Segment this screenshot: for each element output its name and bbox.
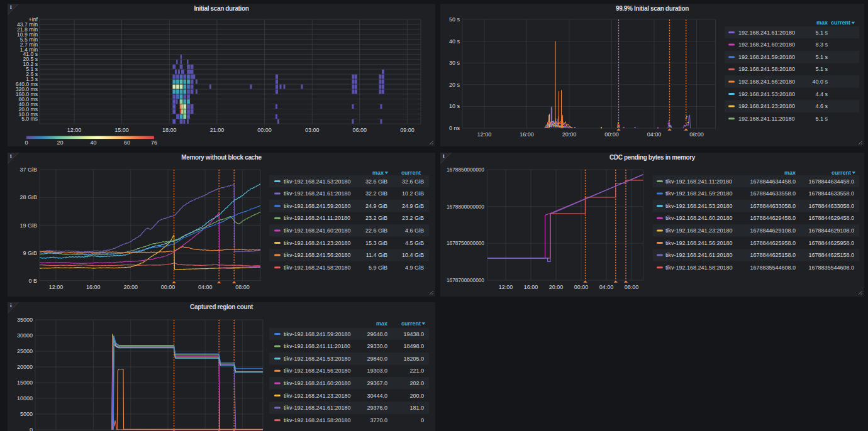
svg-text:1678844633058.0: 1678844633058.0 [808,203,854,209]
svg-text:tikv-192.168.241.53:20180: tikv-192.168.241.53:20180 [284,356,351,362]
svg-text:4.6 GiB: 4.6 GiB [405,227,424,234]
svg-text:tikv-192.168.241.60:20180: tikv-192.168.241.60:20180 [284,380,351,386]
svg-text:30 s: 30 s [449,60,460,66]
svg-text:tikv-192.168.241.56:20180: tikv-192.168.241.56:20180 [284,252,351,258]
svg-text:max: max [376,320,387,327]
svg-text:1678844633558.0: 1678844633558.0 [808,190,854,197]
svg-text:5.1 s: 5.1 s [815,54,828,60]
svg-text:15:00: 15:00 [114,127,129,133]
svg-text:5.9 GiB: 5.9 GiB [369,265,387,271]
svg-text:tikv-192.168.241.61:20180: tikv-192.168.241.61:20180 [284,190,351,197]
svg-text:1678844629458.0: 1678844629458.0 [750,215,796,221]
svg-text:202.0: 202.0 [409,380,424,386]
svg-text:192.168.241.53:20180: 192.168.241.53:20180 [738,91,795,97]
svg-text:40.0 s: 40.0 s [812,79,828,85]
svg-text:10 s: 10 s [449,103,460,109]
svg-text:0: 0 [30,427,33,431]
svg-text:29367.0: 29367.0 [367,380,387,386]
svg-text:1678844629108.0: 1678844629108.0 [750,227,796,234]
svg-text:max: max [784,170,796,176]
svg-text:tikv-192.168.241.53:20180: tikv-192.168.241.53:20180 [665,203,733,209]
svg-text:00:00: 00:00 [161,284,175,290]
svg-text:tikv-192.168.241.23:20180: tikv-192.168.241.23:20180 [284,240,351,246]
svg-text:1678844634458.0: 1678844634458.0 [750,178,796,185]
svg-text:00:00: 00:00 [257,127,272,133]
svg-text:192.168.241.56:20180: 192.168.241.56:20180 [738,79,795,85]
svg-text:11.4 GiB: 11.4 GiB [366,252,387,258]
svg-text:18205.0: 18205.0 [403,356,424,362]
svg-text:08:00: 08:00 [689,131,704,138]
svg-text:23.2 GiB: 23.2 GiB [365,215,387,221]
svg-text:09:00: 09:00 [400,127,415,133]
svg-text:22.6 GiB: 22.6 GiB [365,227,387,234]
svg-text:4.5 GiB: 4.5 GiB [405,240,424,246]
svg-text:06:00: 06:00 [352,127,367,133]
svg-text:08:00: 08:00 [625,284,639,290]
svg-text:tikv-192.168.241.59:20180: tikv-192.168.241.59:20180 [284,203,351,209]
svg-text:tikv-192.168.241.11:20180: tikv-192.168.241.11:20180 [665,178,732,185]
svg-text:1678844625958.0: 1678844625958.0 [750,240,796,246]
svg-text:1678844633558.0: 1678844633558.0 [750,190,796,197]
svg-text:12:00: 12:00 [67,127,82,133]
svg-text:40: 40 [90,139,96,146]
svg-text:tikv-192.168.241.59:20180: tikv-192.168.241.59:20180 [665,190,733,197]
svg-text:04:00: 04:00 [198,284,213,290]
svg-text:181.0: 181.0 [409,405,424,411]
svg-text:10.4 GiB: 10.4 GiB [402,252,424,258]
svg-text:30000: 30000 [17,332,33,339]
svg-text:1678850000000: 1678850000000 [447,166,484,173]
svg-text:1678844634458.0: 1678844634458.0 [808,178,854,185]
svg-text:12:00: 12:00 [499,284,513,290]
svg-text:4.6 s: 4.6 s [815,103,828,109]
svg-text:5.1 s: 5.1 s [815,30,828,36]
svg-text:1678835544608.0: 1678835544608.0 [750,265,796,271]
svg-text:16:00: 16:00 [86,284,101,290]
svg-text:32.6 GiB: 32.6 GiB [365,178,387,185]
svg-text:19 GiB: 19 GiB [19,222,37,229]
svg-text:18:00: 18:00 [162,127,177,133]
svg-text:29330.0: 29330.0 [367,343,387,349]
svg-text:60: 60 [124,139,130,146]
svg-text:1678835544608.0: 1678835544608.0 [808,265,854,271]
svg-text:tikv-192.168.241.53:20180: tikv-192.168.241.53:20180 [284,178,351,185]
svg-text:0: 0 [421,417,424,423]
svg-text:221.0: 221.0 [409,368,424,374]
svg-text:current: current [831,19,850,26]
svg-text:max: max [372,170,384,176]
svg-text:1678844625158.0: 1678844625158.0 [808,252,854,258]
svg-text:20:00: 20:00 [562,131,577,138]
svg-text:20:00: 20:00 [124,284,138,290]
svg-text:12:00: 12:00 [49,284,64,290]
svg-text:3770.0: 3770.0 [370,417,387,423]
svg-text:1678700000000: 1678700000000 [447,277,484,283]
svg-text:04:00: 04:00 [647,131,662,138]
svg-text:0 ns: 0 ns [449,125,460,131]
svg-text:29840.0: 29840.0 [367,356,387,362]
svg-text:tikv-192.168.241.61:20180: tikv-192.168.241.61:20180 [665,252,733,258]
svg-text:tikv-192.168.241.23:20180: tikv-192.168.241.23:20180 [284,393,351,399]
svg-text:1678844633058.0: 1678844633058.0 [750,203,796,209]
svg-text:tikv-192.168.241.60:20180: tikv-192.168.241.60:20180 [665,215,733,221]
svg-text:192.168.241.59:20180: 192.168.241.59:20180 [738,54,795,60]
svg-text:tikv-192.168.241.56:20180: tikv-192.168.241.56:20180 [665,240,733,246]
svg-text:16:00: 16:00 [520,131,534,138]
svg-text:15000: 15000 [17,379,33,386]
svg-text:50 s: 50 s [449,16,460,23]
svg-text:1678844629108.0: 1678844629108.0 [808,227,854,234]
svg-text:tikv-192.168.241.60:20180: tikv-192.168.241.60:20180 [284,227,351,234]
svg-text:37 GiB: 37 GiB [19,166,37,173]
svg-text:32.2 GiB: 32.2 GiB [365,190,387,197]
svg-text:tikv-192.168.241.58:20180: tikv-192.168.241.58:20180 [284,417,351,423]
svg-text:10000: 10000 [17,395,33,401]
svg-text:08:00: 08:00 [235,284,250,290]
svg-text:12:00: 12:00 [477,131,492,138]
svg-text:current: current [832,170,851,176]
svg-text:40 s: 40 s [449,38,460,45]
svg-text:1678844625958.0: 1678844625958.0 [808,240,854,246]
svg-text:04:00: 04:00 [599,284,614,290]
svg-text:8.3 s: 8.3 s [815,41,828,48]
svg-text:tikv-192.168.241.23:20180: tikv-192.168.241.23:20180 [665,227,733,234]
svg-text:1678844629458.0: 1678844629458.0 [808,215,854,221]
svg-text:1678750000000: 1678750000000 [447,240,484,246]
svg-text:24.9 GiB: 24.9 GiB [365,203,387,209]
